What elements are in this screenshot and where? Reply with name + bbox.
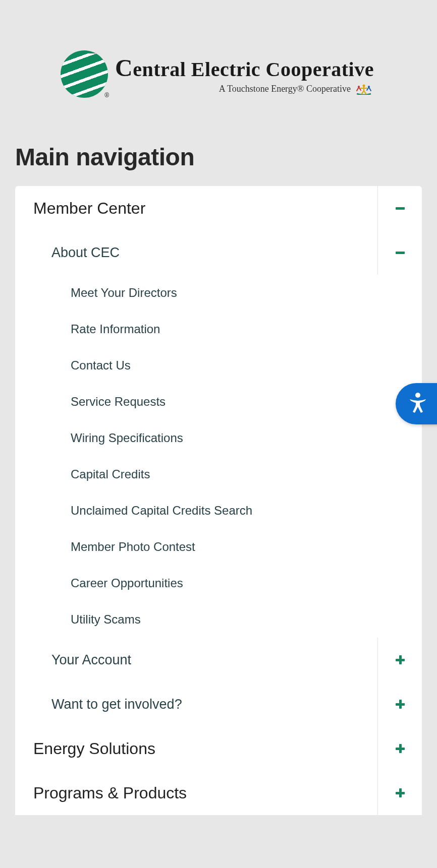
nav-link-rate-information[interactable]: Rate Information bbox=[15, 311, 422, 347]
minus-icon bbox=[394, 202, 406, 214]
nav-link-get-involved[interactable]: Want to get involved? bbox=[15, 684, 377, 725]
svg-rect-4 bbox=[396, 252, 405, 254]
nav-item-member-center: Member Center About CEC Me bbox=[15, 186, 422, 726]
svg-rect-8 bbox=[399, 700, 402, 709]
collapse-toggle-about-cec[interactable] bbox=[377, 230, 422, 275]
nav-link-about-cec[interactable]: About CEC bbox=[15, 232, 377, 274]
plus-icon bbox=[394, 698, 406, 710]
nav-link-programs-products[interactable]: Programs & Products bbox=[15, 772, 377, 815]
nav-item-get-involved: Want to get involved? bbox=[15, 682, 422, 726]
logo-tagline: A Touchstone Energy® Cooperative bbox=[219, 84, 351, 94]
nav-link-unclaimed-capital-credits-search[interactable]: Unclaimed Capital Credits Search bbox=[15, 492, 422, 529]
touchstone-people-icon bbox=[354, 84, 374, 95]
plus-icon bbox=[394, 654, 406, 666]
svg-rect-12 bbox=[399, 788, 402, 797]
minus-icon bbox=[394, 246, 406, 259]
nav-link-member-photo-contest[interactable]: Member Photo Contest bbox=[15, 529, 422, 565]
logo-mark-icon bbox=[61, 50, 108, 98]
accessibility-button[interactable] bbox=[396, 383, 437, 424]
nav-link-wiring-specifications[interactable]: Wiring Specifications bbox=[15, 420, 422, 456]
expand-toggle-energy-solutions[interactable] bbox=[377, 726, 422, 771]
site-logo[interactable]: ® Central Electric Cooperative A Touchst… bbox=[15, 0, 422, 123]
nav-link-energy-solutions[interactable]: Energy Solutions bbox=[15, 727, 377, 770]
nav-link-contact-us[interactable]: Contact Us bbox=[15, 347, 422, 384]
nav-item-your-account: Your Account bbox=[15, 638, 422, 682]
nav-item-energy-solutions: Energy Solutions bbox=[15, 726, 422, 771]
nav-link-member-center[interactable]: Member Center bbox=[15, 187, 377, 230]
nav-link-career-opportunities[interactable]: Career Opportunities bbox=[15, 565, 422, 601]
main-navigation-panel: Member Center About CEC Me bbox=[15, 186, 422, 815]
expand-toggle-your-account[interactable] bbox=[377, 638, 422, 682]
collapse-toggle-member-center[interactable] bbox=[377, 186, 422, 230]
logo-name: Central Electric Cooperative bbox=[115, 54, 374, 82]
nav-link-meet-your-directors[interactable]: Meet Your Directors bbox=[15, 275, 422, 311]
nav-link-your-account[interactable]: Your Account bbox=[15, 639, 377, 681]
nav-link-service-requests[interactable]: Service Requests bbox=[15, 384, 422, 420]
accessibility-person-icon bbox=[406, 391, 430, 417]
svg-point-13 bbox=[415, 393, 420, 398]
svg-rect-10 bbox=[399, 744, 402, 753]
svg-rect-6 bbox=[399, 655, 402, 664]
plus-icon bbox=[394, 742, 406, 755]
svg-rect-3 bbox=[396, 207, 405, 210]
registered-symbol: ® bbox=[104, 92, 109, 99]
nav-link-utility-scams[interactable]: Utility Scams bbox=[15, 601, 422, 638]
plus-icon bbox=[394, 787, 406, 799]
main-navigation-heading: Main navigation bbox=[15, 143, 422, 171]
nav-item-about-cec: About CEC Meet Your Directors Rate Infor… bbox=[15, 230, 422, 638]
nav-link-capital-credits[interactable]: Capital Credits bbox=[15, 456, 422, 492]
expand-toggle-programs-products[interactable] bbox=[377, 771, 422, 815]
expand-toggle-get-involved[interactable] bbox=[377, 682, 422, 726]
nav-item-programs-products: Programs & Products bbox=[15, 771, 422, 815]
